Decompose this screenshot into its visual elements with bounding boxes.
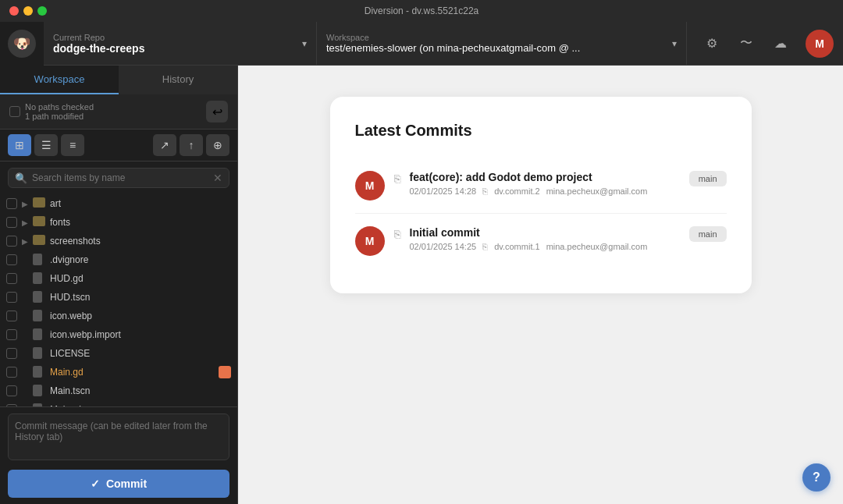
list-item[interactable]: ▶ art — [0, 194, 237, 213]
chevron-right-icon: ▶ — [22, 218, 30, 227]
file-icon — [33, 254, 45, 266]
search-icon: 🔍 — [15, 172, 27, 184]
search-input[interactable] — [32, 172, 213, 183]
item-checkbox[interactable] — [6, 198, 17, 209]
item-name-modified: Main.gd — [50, 367, 215, 378]
list-item[interactable]: HUD.tscn — [0, 288, 237, 307]
list-item[interactable]: Main.gd — [0, 363, 237, 382]
hash-icon: ⎘ — [482, 242, 488, 251]
commit-details: feat(core): add Godot demo project 02/01… — [410, 171, 680, 196]
list-item[interactable]: Main.tscn — [0, 382, 237, 400]
export-button[interactable]: ↗ — [153, 134, 176, 156]
list-item[interactable]: ▶ fonts — [0, 213, 237, 232]
cloud-button[interactable]: ☁ — [765, 28, 796, 59]
item-name: LICENSE — [50, 348, 231, 359]
export-icon: ↗ — [160, 139, 169, 151]
file-list: ▶ art ▶ fonts ▶ screenshots .dvigno — [0, 194, 237, 406]
repo-name: dodge-the-creeps — [53, 42, 296, 55]
close-button[interactable] — [9, 6, 19, 16]
tab-history[interactable]: History — [119, 66, 237, 94]
app-logo: 🐶 — [0, 22, 44, 66]
revert-button[interactable]: ↩ — [206, 101, 228, 122]
commit-hash: dv.commit.1 — [494, 242, 539, 251]
item-checkbox[interactable] — [6, 367, 17, 378]
upload-button[interactable]: ↑ — [180, 134, 203, 156]
item-checkbox[interactable] — [6, 217, 17, 228]
settings-button[interactable]: ⚙ — [696, 28, 727, 59]
item-name: .dvignore — [50, 254, 231, 265]
copy-icon[interactable]: ⎘ — [394, 228, 400, 240]
commit-entry: M ⎘ feat(core): add Godot demo project 0… — [355, 158, 727, 214]
list-item[interactable]: ▶ screenshots — [0, 232, 237, 250]
folder-icon — [33, 197, 45, 210]
item-checkbox[interactable] — [6, 385, 17, 396]
list-item[interactable]: LICENSE — [0, 344, 237, 363]
search-bar: 🔍 ✕ — [8, 168, 229, 188]
item-name: screenshots — [50, 236, 231, 247]
commit-button[interactable]: ✓ Commit — [8, 470, 229, 498]
file-icon — [33, 328, 45, 341]
commit-meta: 02/01/2025 14:28 ⎘ dv.commit.2 mina.pech… — [410, 186, 680, 196]
help-icon: ? — [813, 470, 820, 484]
repo-dropdown-icon[interactable]: ▾ — [302, 38, 307, 49]
commit-message-input[interactable] — [8, 413, 229, 460]
main-layout: Workspace History No paths checked 1 pat… — [0, 66, 843, 504]
user-initial: M — [815, 37, 824, 50]
item-name: fonts — [50, 217, 231, 228]
item-checkbox[interactable] — [6, 311, 17, 321]
maximize-button[interactable] — [37, 6, 47, 16]
connect-button[interactable]: ⊕ — [206, 134, 229, 156]
item-checkbox[interactable] — [6, 348, 17, 359]
item-name: HUD.tscn — [50, 292, 231, 303]
detail-view-icon: ≡ — [69, 139, 76, 151]
item-name: icon.webp.import — [50, 329, 231, 340]
item-checkbox[interactable] — [6, 292, 17, 303]
item-checkbox[interactable] — [6, 273, 17, 284]
toolbar-right: ↗ ↑ ⊕ — [153, 134, 229, 156]
user-avatar[interactable]: M — [806, 30, 834, 58]
commit-check-icon: ✓ — [91, 477, 100, 490]
logo-icon: 🐶 — [8, 30, 36, 58]
status-bar: No paths checked 1 path modified ↩ — [0, 94, 237, 130]
help-button[interactable]: ? — [802, 463, 831, 492]
item-checkbox[interactable] — [6, 236, 17, 247]
commit-branch-tag[interactable]: main — [689, 171, 727, 186]
item-name: Main.tscn — [50, 385, 231, 396]
item-name: icon.webp — [50, 311, 231, 321]
list-item[interactable]: HUD.gd — [0, 269, 237, 288]
workspace-dropdown-icon[interactable]: ▾ — [672, 38, 677, 49]
minimize-button[interactable] — [23, 6, 33, 16]
search-clear-button[interactable]: ✕ — [213, 172, 222, 184]
header-actions: ⚙ 〜 ☁ M — [687, 28, 843, 59]
window-title: Diversion - dv.ws.5521c22a — [365, 5, 479, 16]
file-icon — [33, 366, 45, 378]
file-icon — [33, 385, 45, 397]
list-item[interactable]: icon.webp.import — [0, 325, 237, 344]
all-files-checkbox[interactable] — [9, 106, 20, 117]
repo-section[interactable]: Current Repo dodge-the-creeps ▾ — [44, 22, 317, 65]
settings-icon: ⚙ — [706, 36, 717, 51]
file-icon — [33, 310, 45, 322]
workspace-label: Workspace — [326, 33, 666, 42]
list-view-button[interactable]: ☰ — [34, 134, 58, 156]
list-item[interactable]: icon.webp — [0, 307, 237, 325]
tab-workspace[interactable]: Workspace — [0, 66, 119, 94]
workspace-section[interactable]: Workspace test/enemies-slower (on mina-p… — [317, 22, 687, 65]
copy-icon[interactable]: ⎘ — [394, 172, 400, 185]
list-item[interactable]: Mob.gd — [0, 400, 237, 406]
list-item[interactable]: .dvignore — [0, 250, 237, 269]
commit-button-label: Commit — [106, 477, 147, 490]
item-checkbox[interactable] — [6, 254, 17, 265]
item-checkbox[interactable] — [6, 329, 17, 340]
commit-date: 02/01/2025 14:28 — [410, 186, 477, 196]
commit-date: 02/01/2025 14:25 — [410, 242, 477, 251]
item-name: HUD.gd — [50, 273, 231, 284]
view-toolbar: ⊞ ☰ ≡ ↗ ↑ ⊕ — [0, 130, 237, 161]
commit-branch-tag[interactable]: main — [689, 226, 727, 242]
grid-view-button[interactable]: ⊞ — [8, 134, 31, 156]
analytics-button[interactable]: 〜 — [731, 28, 762, 59]
detail-view-button[interactable]: ≡ — [61, 134, 84, 156]
commit-email: mina.pecheux@gmail.com — [546, 242, 648, 251]
workspace-info: Workspace test/enemies-slower (on mina-p… — [326, 33, 666, 54]
status-line2: 1 path modified — [25, 112, 206, 121]
